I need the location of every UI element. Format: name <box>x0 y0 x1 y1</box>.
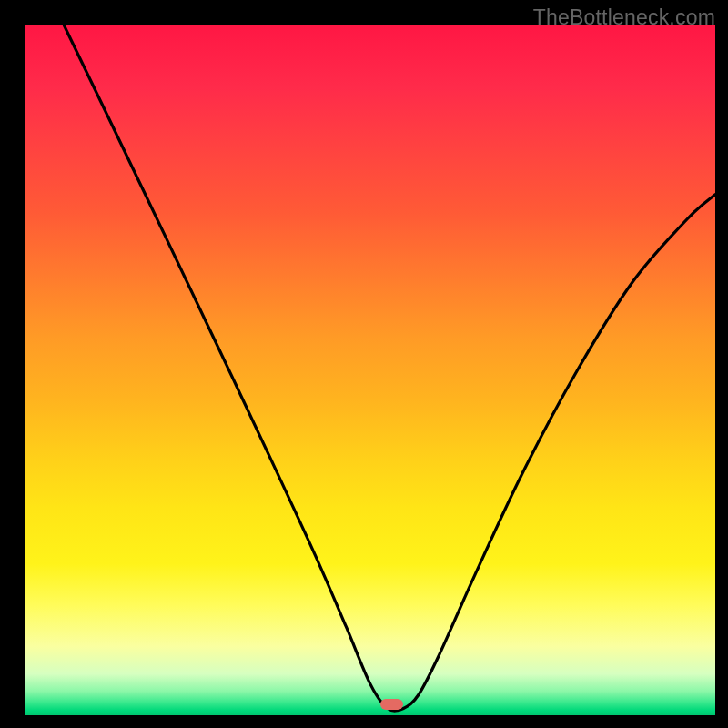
watermark-text: TheBottleneck.com <box>533 5 715 30</box>
optimum-marker <box>380 699 403 710</box>
chart-frame: TheBottleneck.com <box>0 0 728 728</box>
plot-area <box>25 25 715 715</box>
bottleneck-curve <box>25 25 715 715</box>
